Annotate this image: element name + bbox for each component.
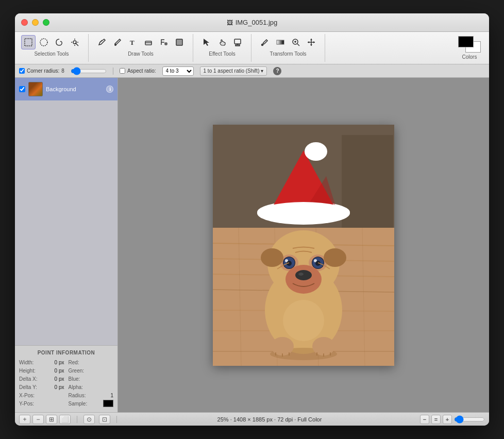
delta-y-row: Delta Y: 0 px [19,383,64,392]
red-row: Red: [69,359,114,367]
svg-rect-16 [234,39,241,44]
transform-tools-label: Transform Tools [270,51,306,57]
corner-radius-slider[interactable] [71,68,107,74]
alpha-row: Alpha: [69,383,114,392]
zoom-controls: − = + [420,415,485,424]
colors-group: Colors [450,34,489,62]
svg-rect-17 [236,45,240,46]
radius-row: Radius: 1 [69,392,114,400]
zoom-fit-button[interactable]: = [431,415,441,424]
svg-marker-27 [310,39,312,40]
selection-tools-label: Selection Tools [34,51,69,57]
file-icon: 🖼 [227,19,233,26]
close-button[interactable] [21,19,28,26]
layer-thumbnail [28,82,43,96]
color-swatches[interactable] [458,36,481,53]
main-window: 🖼 IMG_0051.jpg [15,13,489,426]
ypos-row: Y-Pos: [19,400,64,408]
options-separator-1 [113,67,113,75]
statusbar: + − ⊞ ⬜ ⊙ ⊡ 25% · 1408 × 1885 px · 72 dp… [15,412,489,426]
svg-point-48 [305,142,327,161]
selection-tools-group: Selection Tools [15,34,89,62]
svg-point-73 [295,270,312,280]
quick-mask-button[interactable]: ⊙ [83,415,95,424]
reference-image-button[interactable]: ⬜ [59,415,71,424]
magic-wand-tool[interactable] [68,35,82,49]
canvas-area[interactable] [118,78,489,412]
transform-tools-group: Transform Tools [251,34,325,62]
traffic-lights [21,19,49,26]
draw-tools-label: Draw Tools [128,51,153,57]
svg-point-1 [40,39,47,46]
corner-radius-label: Corner radius: 8 [19,68,64,74]
layers-empty-area [15,100,117,345]
cursor-tool[interactable] [199,35,214,49]
image-canvas [213,125,394,366]
draw-tool-buttons: T [95,35,187,49]
sample-color-swatch [103,400,113,407]
layer-visibility-checkbox[interactable] [19,86,25,92]
colors-label: Colors [462,54,477,60]
corner-radius-checkbox[interactable] [19,68,25,74]
pencil-tool[interactable] [95,35,109,49]
effect-tools-label: Effect Tools [209,51,235,57]
svg-point-74 [298,273,304,276]
svg-point-76 [324,248,346,267]
layer-info-button[interactable]: ℹ [106,86,113,93]
toolbar: Selection Tools [15,32,489,64]
delete-layer-button[interactable]: − [32,415,44,424]
stamp-tool[interactable] [230,35,245,49]
add-layer-button[interactable]: + [19,415,30,424]
help-button[interactable]: ? [273,67,281,75]
point-information-panel: POINT INFORMATION Width: 0 px Height: 0 … [15,345,117,412]
zoom-in-button[interactable]: + [443,415,452,424]
aspect-ratio-select[interactable]: 4 to 3 16 to 9 1 to 1 Custom [162,66,194,76]
foreground-color-swatch[interactable] [458,36,474,47]
selection-tool-buttons [21,35,82,49]
text-tool[interactable]: T [126,35,140,49]
aspect-ratio-label: Aspect ratio: [120,68,156,74]
minimize-button[interactable] [32,19,39,26]
layers-panel: Background ℹ POINT INFORMATION Width: 0 … [15,78,118,412]
svg-point-50 [257,202,350,225]
eraser-tool[interactable] [141,35,156,49]
constraint-button[interactable]: 1 to 1 aspect ratio (Shift) ▾ [200,66,267,76]
point-info-title: POINT INFORMATION [19,350,113,356]
gradient-tool[interactable] [273,35,288,49]
marquee-rect-tool[interactable] [21,35,36,49]
zoom-tool[interactable] [289,35,303,49]
move-tool[interactable] [304,35,318,49]
hand-tool[interactable] [215,35,229,49]
svg-rect-0 [25,39,32,46]
zoom-out-button[interactable]: − [420,415,429,424]
options-bar: Corner radius: 8 Aspect ratio: 4 to 3 16… [15,64,489,78]
width-row: Width: 0 px [19,359,64,367]
sample-row: Sample: [69,400,114,408]
point-info-left: Width: 0 px Height: 0 px Delta X: 0 px [19,359,64,408]
statusbar-left: + − ⊞ ⬜ [19,415,71,424]
effect-tools-group: Effect Tools [193,34,251,62]
brush-tool[interactable] [110,35,125,49]
selection-mode-button[interactable]: ⊡ [99,415,110,424]
green-row: Green: [69,367,114,375]
statusbar-separator-2 [116,416,117,423]
aspect-ratio-checkbox[interactable] [120,68,125,74]
svg-point-75 [261,248,283,267]
svg-point-13 [164,42,167,45]
image-container [213,125,394,366]
maximize-button[interactable] [43,19,49,26]
shape-tool[interactable] [172,35,187,49]
statusbar-info: 25% · 1408 × 1885 px · 72 dpi · Full Col… [123,416,416,423]
duplicate-layer-button[interactable]: ⊞ [46,415,57,424]
marquee-ellipse-tool[interactable] [37,35,51,49]
delta-x-row: Delta X: 0 px [19,375,64,383]
svg-marker-28 [310,44,312,46]
height-row: Height: 0 px [19,367,64,375]
fill-tool[interactable] [157,35,171,49]
xpos-row: X-Pos: [19,392,64,400]
lasso-tool[interactable] [52,35,66,49]
eyedropper-tool[interactable] [258,35,272,49]
svg-marker-29 [308,41,309,43]
zoom-slider[interactable] [454,417,485,422]
layer-item-background[interactable]: Background ℹ [15,78,117,100]
